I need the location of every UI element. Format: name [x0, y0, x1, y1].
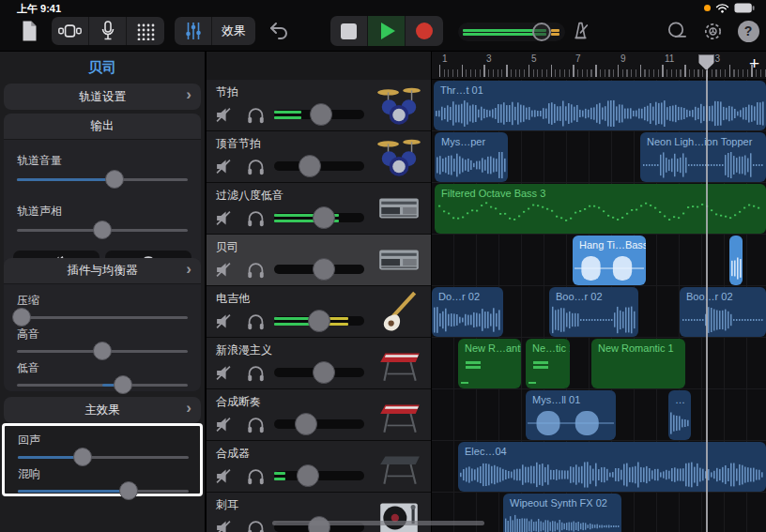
region-Boo…r 02[interactable]: Boo…r 02 — [549, 287, 638, 337]
track-volume-slider[interactable] — [274, 366, 364, 379]
plugins-eq-header[interactable]: 插件与均衡器› — [4, 258, 201, 284]
region-Wipeout Synth FX 02[interactable]: Wipeout Synth FX 02 — [503, 494, 621, 532]
track-volume-slider[interactable] — [274, 160, 364, 173]
compression-slider[interactable] — [17, 308, 188, 327]
track-mute-button[interactable] — [212, 312, 235, 334]
track-header-4[interactable]: 贝司 — [207, 235, 431, 286]
track-volume-slider[interactable] — [274, 418, 364, 431]
track-mute-button[interactable] — [212, 260, 235, 282]
master-effects-button[interactable]: 主效果 › — [4, 397, 201, 423]
loop-browser-button[interactable] — [663, 17, 689, 45]
slider-knob[interactable] — [93, 220, 112, 239]
track-mute-button[interactable] — [212, 363, 235, 386]
stop-button[interactable] — [330, 16, 368, 46]
play-button[interactable] — [368, 16, 406, 46]
add-track-button[interactable]: + — [749, 53, 759, 74]
track-header-3[interactable]: 过滤八度低音 — [207, 183, 431, 235]
document-button[interactable] — [15, 17, 43, 45]
track-header-2[interactable]: 顶音节拍 — [207, 131, 431, 183]
track-solo-button[interactable] — [244, 363, 267, 386]
track-pan-slider[interactable] — [17, 220, 188, 239]
treble-slider[interactable] — [17, 342, 188, 360]
slider-knob[interactable] — [73, 448, 92, 466]
slider-knob[interactable] — [119, 481, 138, 500]
track-solo-button[interactable] — [244, 518, 267, 532]
region-Hang Ti…Bass 02[interactable]: Hang Ti…Bass 02 — [573, 236, 646, 285]
master-volume-slider[interactable] — [458, 23, 565, 41]
metronome-button[interactable] — [567, 17, 593, 45]
track-mute-button[interactable] — [212, 518, 235, 532]
track-header-6[interactable]: 新浪漫主义 — [207, 338, 431, 389]
horizontal-scrollbar[interactable] — [272, 521, 484, 525]
region-Boo…r 02[interactable]: Boo…r 02 — [680, 287, 766, 337]
track-volume-slider[interactable] — [274, 108, 364, 121]
bass-slider[interactable] — [17, 375, 188, 394]
track-solo-button[interactable] — [244, 105, 267, 128]
undo-button[interactable] — [265, 17, 293, 45]
track-settings-button[interactable]: 轨道设置 › — [4, 84, 201, 110]
track-mute-button[interactable] — [212, 415, 235, 437]
slider-knob[interactable] — [105, 170, 124, 189]
track-volume-knob[interactable] — [313, 361, 335, 384]
track-name: 电吉他 — [216, 291, 250, 307]
track-volume-knob[interactable] — [313, 206, 335, 229]
region-Elec…04[interactable]: Elec…04 — [458, 442, 766, 492]
region-Mys…ll 01[interactable]: Mys…ll 01 — [526, 390, 616, 440]
track-volume-sidebar-slider[interactable] — [17, 170, 188, 189]
tracks-view-button[interactable] — [52, 17, 89, 45]
region-…[interactable]: … — [668, 390, 691, 440]
echo-slider[interactable] — [18, 448, 189, 466]
track-solo-button[interactable] — [244, 260, 267, 282]
help-button[interactable]: ? — [735, 17, 761, 45]
track-volume-knob[interactable] — [313, 258, 335, 281]
track-solo-button[interactable] — [244, 312, 267, 334]
track-solo-button[interactable] — [244, 157, 267, 179]
track-volume-slider[interactable] — [274, 469, 364, 482]
region-New R…antic 1[interactable]: New R…antic 1 — [458, 339, 521, 388]
loops-grid-button[interactable] — [127, 17, 164, 45]
region-Do…r 02[interactable]: Do…r 02 — [432, 287, 503, 337]
record-instrument-button[interactable] — [89, 17, 127, 45]
mixer-button[interactable] — [175, 17, 212, 45]
headphones-icon — [246, 416, 266, 437]
settings-button[interactable] — [699, 17, 726, 45]
track-mute-button[interactable] — [212, 105, 235, 128]
track-volume-knob[interactable] — [297, 464, 319, 487]
track-header-9[interactable]: 刺耳 — [207, 493, 431, 532]
track-volume-slider[interactable] — [274, 263, 364, 276]
slider-knob[interactable] — [12, 308, 31, 327]
master-volume-knob[interactable] — [532, 23, 551, 41]
instrument-icon-drums — [375, 134, 422, 179]
track-volume-slider[interactable] — [274, 211, 364, 224]
track-volume-slider[interactable] — [274, 314, 364, 327]
timeline-lane-7: Mys…ll 01… — [432, 389, 766, 441]
record-button[interactable] — [406, 16, 443, 46]
track-header-7[interactable]: 合成断奏 — [207, 389, 431, 441]
track-solo-button[interactable] — [244, 208, 267, 231]
reverb-slider[interactable] — [18, 481, 189, 500]
region-Mys…per[interactable]: Mys…per — [435, 132, 508, 182]
track-solo-button[interactable] — [244, 415, 267, 437]
timeline-ruler[interactable]: 135791113 + — [432, 52, 766, 80]
track-header-5[interactable]: 电吉他 — [207, 286, 431, 338]
track-name: 贝司 — [216, 239, 238, 255]
slider-knob[interactable] — [114, 375, 132, 394]
region-Filtered Octave Bass 3[interactable]: Filtered Octave Bass 3 — [435, 184, 766, 234]
track-solo-button[interactable] — [244, 466, 267, 489]
track-volume-knob[interactable] — [295, 413, 317, 435]
track-mute-button[interactable] — [212, 157, 235, 179]
track-header-1[interactable]: 节拍 — [207, 80, 431, 131]
track-mute-button[interactable] — [212, 466, 235, 489]
slider-knob[interactable] — [93, 342, 112, 360]
track-mute-button[interactable] — [212, 208, 235, 231]
region-New Romantic 1[interactable]: New Romantic 1 — [591, 339, 685, 388]
track-volume-knob[interactable] — [299, 155, 321, 177]
track-volume-knob[interactable] — [310, 103, 332, 126]
track-header-8[interactable]: 合成器 — [207, 441, 431, 493]
region-Thr…t 01[interactable]: Thr…t 01 — [434, 81, 766, 130]
region-Neon Ligh…ion Topper[interactable]: Neon Ligh…ion Topper — [640, 132, 766, 182]
region-Ne…tic 1[interactable]: Ne…tic 1 — [526, 339, 570, 388]
track-volume-knob[interactable] — [308, 310, 330, 332]
effects-button[interactable]: 效果 — [212, 17, 255, 45]
region-clip[interactable] — [729, 236, 743, 285]
